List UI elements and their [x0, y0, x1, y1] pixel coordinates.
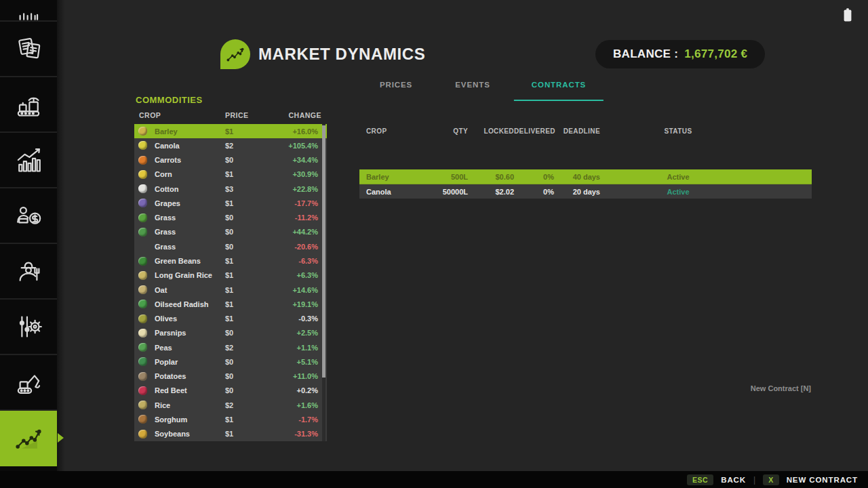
commodity-row[interactable]: Sorghum$1-1.7%	[134, 412, 327, 426]
sidebar-item[interactable]	[0, 77, 57, 133]
commodity-name: Rice	[155, 401, 170, 409]
commodity-price: $1	[225, 430, 267, 438]
commodity-change: +11.0%	[267, 372, 327, 380]
commodity-change: +14.6%	[267, 286, 327, 294]
footer-hotkey-bar: ESC BACK | X NEW CONTRACT	[0, 471, 868, 488]
commodity-change: -0.3%	[267, 314, 327, 323]
commodity-row[interactable]: Long Grain Rice$1+6.3%	[134, 268, 327, 283]
commodity-price: $0	[225, 243, 267, 251]
commodities-scrollbar[interactable]	[322, 124, 326, 441]
contract-crop: Barley	[359, 173, 434, 181]
commodities-table-header: CROP PRICE CHANGE	[134, 111, 327, 119]
back-button[interactable]: BACK	[721, 476, 746, 484]
tab-contracts[interactable]: CONTRACTS	[532, 81, 586, 89]
peas-icon	[138, 343, 147, 352]
oilseed-radish-icon	[138, 300, 147, 308]
commodity-name: Barley	[155, 127, 178, 136]
commodity-change: +22.8%	[267, 185, 327, 193]
commodity-name: Long Grain Rice	[155, 271, 212, 279]
commodity-change: -1.7%	[267, 415, 327, 424]
commodity-change: +0.2%	[267, 386, 327, 394]
commodity-change: +2.5%	[267, 329, 327, 337]
corn-icon	[138, 170, 147, 179]
commodity-row[interactable]: Parsnips$0+2.5%	[134, 326, 327, 340]
production-icon	[14, 89, 43, 119]
commodity-price: $0	[225, 372, 267, 380]
sidebar-item[interactable]	[0, 300, 57, 355]
commodity-row[interactable]: Grapes$1-17.7%	[134, 196, 327, 210]
contracts-col-locked: LOCKED	[468, 127, 514, 135]
commodity-row[interactable]: Green Beans$1-6.3%	[134, 253, 327, 268]
commodity-price: $1	[225, 415, 267, 424]
commodity-row[interactable]: Potatoes$0+11.0%	[134, 369, 327, 384]
commodity-row[interactable]: Oilseed Radish$1+19.1%	[134, 297, 327, 311]
commodity-row[interactable]: Oat$1+14.6%	[134, 283, 327, 297]
battery-icon	[842, 7, 854, 28]
commodities-scrollbar-thumb[interactable]	[322, 125, 326, 378]
sidebar-item[interactable]	[0, 22, 57, 77]
commodity-row[interactable]: Soybeans$1-31.3%	[134, 427, 327, 441]
commodity-change: +16.0%	[267, 127, 327, 136]
commodity-name: Grass	[155, 214, 176, 222]
sidebar-item[interactable]	[0, 411, 57, 466]
commodity-change: +30.9%	[267, 170, 327, 178]
contract-deadline: 20 days	[554, 188, 600, 196]
sidebar	[0, 0, 57, 488]
sidebar-item[interactable]	[0, 133, 57, 188]
canola-icon	[138, 141, 147, 150]
contract-row[interactable]: Barley500L$0.600%40 daysActive	[359, 169, 812, 184]
contract-locked: $0.60	[468, 173, 514, 181]
oat-icon	[138, 285, 147, 294]
sidebar-item[interactable]	[0, 355, 57, 411]
commodity-row[interactable]: Rice$2+1.6%	[134, 398, 327, 412]
commodity-row[interactable]: Red Beet$0+0.2%	[134, 384, 327, 398]
commodity-name: Red Beet	[155, 386, 187, 394]
commodity-price: $1	[225, 199, 267, 207]
commodity-change: -31.3%	[267, 430, 327, 438]
sidebar-item[interactable]	[0, 188, 57, 244]
commodities-list: Barley$1+16.0%Canola$2+105.4%Carrots$0+3…	[134, 124, 327, 441]
tab-events[interactable]: EVENTS	[455, 81, 490, 89]
sidebar-item[interactable]	[0, 0, 57, 22]
esc-key-badge[interactable]: ESC	[687, 474, 713, 485]
contracts-col-delivered: DELIVERED	[514, 127, 554, 135]
commodity-row[interactable]: Grass$0-20.6%	[134, 239, 327, 253]
commodity-price: $1	[225, 286, 267, 294]
commodity-row[interactable]: Grass$0-11.2%	[134, 211, 327, 225]
commodity-name: Cotton	[155, 185, 178, 193]
contracts-table-header: CROP QTY LOCKED DELIVERED DEADLINE STATU…	[359, 127, 812, 135]
commodity-row[interactable]: Corn$1+30.9%	[134, 167, 327, 182]
balance-label: BALANCE :	[613, 47, 678, 61]
commodity-price: $3	[225, 185, 267, 193]
carrot-icon	[138, 156, 147, 165]
commodity-row[interactable]: Grass$0+44.2%	[134, 225, 327, 239]
commodity-row[interactable]: Poplar$0+5.1%	[134, 354, 327, 369]
contract-delivered: 0%	[514, 173, 554, 181]
commodity-row[interactable]: Cotton$3+22.8%	[134, 182, 327, 196]
sidebar-item[interactable]	[0, 244, 57, 300]
farmer-icon	[14, 256, 43, 286]
contract-qty: 50000L	[434, 188, 468, 196]
commodity-price: $1	[225, 314, 267, 323]
commodity-row[interactable]: Carrots$0+34.4%	[134, 153, 327, 167]
commodities-section-title: COMMODITIES	[136, 95, 203, 105]
commodity-name: Grass	[155, 243, 176, 251]
tab-prices[interactable]: PRICES	[380, 81, 412, 89]
market-dynamics-screen: MARKET DYNAMICS BALANCE : 1,677,702 € PR…	[0, 0, 868, 488]
commodity-price: $1	[225, 300, 267, 308]
commodity-price: $1	[225, 127, 267, 136]
barley-icon	[138, 127, 147, 136]
commodity-row[interactable]: Barley$1+16.0%	[134, 124, 327, 138]
commodity-change: +1.6%	[267, 401, 327, 409]
x-key-badge[interactable]: X	[763, 474, 779, 485]
contract-row[interactable]: Canola50000L$2.020%20 daysActive	[359, 184, 812, 199]
commodity-name: Grass	[155, 228, 176, 236]
commodity-price: $1	[225, 257, 267, 265]
new-contract-button[interactable]: NEW CONTRACT	[787, 476, 858, 484]
commodity-row[interactable]: Peas$2+1.1%	[134, 340, 327, 354]
commodity-row[interactable]: Olives$1-0.3%	[134, 311, 327, 325]
commodity-row[interactable]: Canola$2+105.4%	[134, 138, 327, 152]
contract-status: Active	[600, 173, 756, 181]
cotton-icon	[138, 184, 147, 193]
commodities-col-crop: CROP	[134, 111, 225, 119]
